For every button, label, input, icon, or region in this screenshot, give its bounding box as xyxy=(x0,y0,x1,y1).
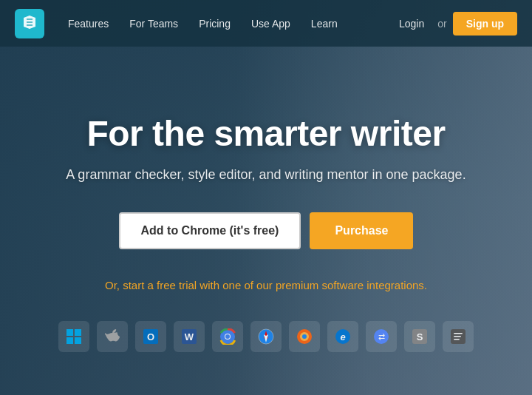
login-link[interactable]: Login xyxy=(392,12,432,36)
svg-rect-3 xyxy=(75,337,81,344)
nav-right: Login or Sign up xyxy=(392,12,517,36)
integration-chrome[interactable] xyxy=(212,321,243,352)
integration-word[interactable]: W xyxy=(174,321,205,352)
purchase-button[interactable]: Purchase xyxy=(310,212,413,249)
integration-firefox[interactable] xyxy=(289,321,320,352)
nav-links: Features For Teams Pricing Use App Learn xyxy=(59,12,392,36)
integrations-row: O W xyxy=(0,314,532,359)
svg-text:O: O xyxy=(147,331,154,342)
nav-learn[interactable]: Learn xyxy=(302,12,347,36)
svg-text:e: e xyxy=(340,331,345,342)
nav-pricing[interactable]: Pricing xyxy=(190,12,239,36)
integration-apple[interactable] xyxy=(97,321,128,352)
svg-text:W: W xyxy=(185,331,194,342)
svg-rect-1 xyxy=(75,329,81,336)
svg-point-16 xyxy=(302,334,307,339)
svg-rect-24 xyxy=(454,333,463,334)
svg-rect-2 xyxy=(66,337,73,344)
hero-buttons: Add to Chrome (it's free) Purchase xyxy=(0,212,532,249)
nav-for-teams[interactable]: For Teams xyxy=(120,12,187,36)
svg-text:⇄: ⇄ xyxy=(378,332,385,341)
svg-point-10 xyxy=(225,334,230,339)
integration-safari[interactable] xyxy=(250,321,282,352)
integration-outlook[interactable]: O xyxy=(135,321,166,352)
logo[interactable] xyxy=(15,9,44,38)
integration-gdocs[interactable]: ⇄ xyxy=(366,321,397,352)
hero-title: For the smarter writer xyxy=(0,113,532,154)
trial-text: Or, start a free trial with one of our p… xyxy=(0,279,532,291)
nav-or-divider: or xyxy=(437,18,446,30)
nav-features[interactable]: Features xyxy=(59,12,117,36)
hero-subtitle: A grammar checker, style editor, and wri… xyxy=(0,167,532,183)
logo-icon xyxy=(21,13,38,34)
integration-windows[interactable] xyxy=(58,321,89,352)
svg-rect-0 xyxy=(66,329,73,336)
integration-pages[interactable] xyxy=(443,321,474,352)
svg-rect-25 xyxy=(454,336,461,337)
navbar: Features For Teams Pricing Use App Learn… xyxy=(0,0,532,47)
nav-use-app[interactable]: Use App xyxy=(242,12,299,36)
integration-scrivener[interactable]: S xyxy=(404,321,435,352)
svg-text:S: S xyxy=(417,331,423,342)
hero-section: For the smarter writer A grammar checker… xyxy=(0,47,532,382)
integration-edge[interactable]: e xyxy=(327,321,358,352)
add-to-chrome-button[interactable]: Add to Chrome (it's free) xyxy=(119,212,301,249)
svg-rect-26 xyxy=(454,339,460,340)
signup-button[interactable]: Sign up xyxy=(453,12,517,36)
